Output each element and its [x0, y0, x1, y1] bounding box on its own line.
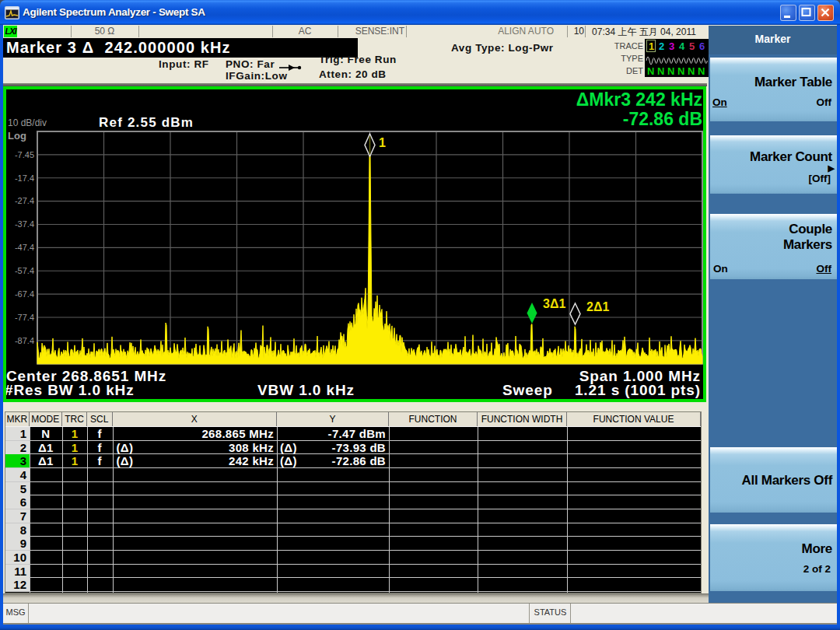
svg-text:N: N — [667, 65, 674, 77]
svg-text:N: N — [647, 65, 654, 77]
svg-text:-77.4: -77.4 — [15, 313, 34, 322]
svg-text:N: N — [677, 65, 684, 77]
svg-text:Log: Log — [8, 130, 26, 142]
svg-text:2: 2 — [659, 40, 664, 52]
svg-text:3: 3 — [669, 40, 674, 52]
svg-text:-37.4: -37.4 — [15, 219, 34, 229]
svg-text:N: N — [698, 65, 705, 77]
svg-text:-67.4: -67.4 — [15, 289, 34, 299]
svg-text:10 dB/div: 10 dB/div — [8, 117, 47, 128]
svg-text:-17.4: -17.4 — [15, 173, 34, 183]
svg-text:N: N — [688, 65, 695, 77]
svg-text:-87.4: -87.4 — [15, 336, 34, 345]
svg-text:Sweep: Sweep — [502, 382, 553, 398]
svg-text:2Δ1: 2Δ1 — [586, 300, 609, 313]
svg-text:-47.4: -47.4 — [15, 243, 34, 252]
svg-text:3Δ1: 3Δ1 — [543, 297, 565, 310]
svg-text:-7.45: -7.45 — [15, 150, 34, 159]
svg-text:-57.4: -57.4 — [15, 266, 34, 275]
svg-text:1: 1 — [379, 136, 386, 149]
svg-text:5: 5 — [689, 40, 695, 52]
svg-text:4: 4 — [679, 40, 685, 52]
svg-text:Ref 2.55 dBm: Ref 2.55 dBm — [99, 115, 194, 130]
svg-text:VBW 1.0 kHz: VBW 1.0 kHz — [257, 382, 355, 398]
svg-text:1.21 s (1001 pts): 1.21 s (1001 pts) — [575, 382, 701, 398]
svg-text:-72.86 dB: -72.86 dB — [623, 109, 702, 129]
svg-text:ΔMkr3 242 kHz: ΔMkr3 242 kHz — [576, 89, 702, 110]
svg-text:-27.4: -27.4 — [15, 196, 34, 205]
svg-text:#Res BW 1.0 kHz: #Res BW 1.0 kHz — [6, 382, 135, 398]
svg-text:N: N — [657, 65, 664, 77]
svg-text:6: 6 — [699, 40, 705, 52]
svg-text:1: 1 — [649, 40, 654, 52]
